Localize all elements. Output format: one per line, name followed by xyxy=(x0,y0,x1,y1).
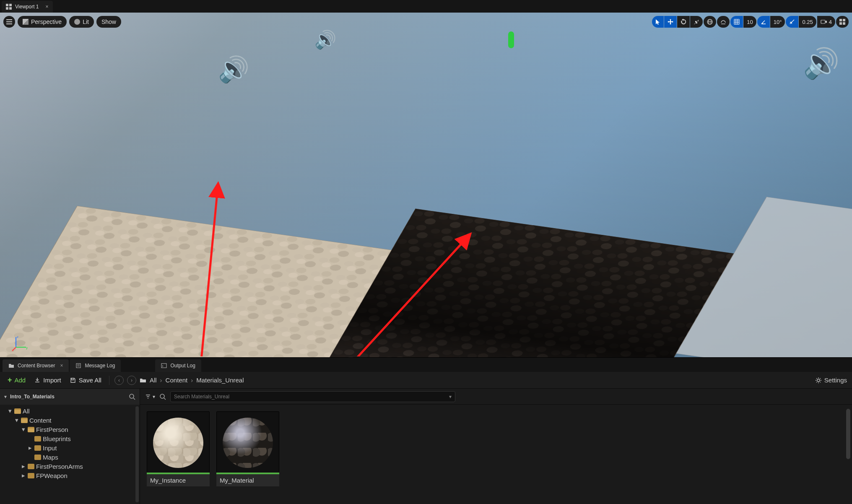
camera-icon xyxy=(821,19,827,24)
content-browser-body: ▾ Intro_To_Materials ▾All ▾Content ▾Firs… xyxy=(0,389,852,504)
cube-icon xyxy=(23,19,29,25)
breadcrumb-item[interactable]: Content xyxy=(166,377,188,384)
svg-line-21 xyxy=(164,398,166,400)
sources-header[interactable]: ▾ Intro_To_Materials xyxy=(0,389,140,405)
chevron-right-icon: › xyxy=(191,377,193,384)
filter-button[interactable]: ▾ xyxy=(145,394,155,400)
rotate-icon xyxy=(681,19,686,25)
source-tree: ▾All ▾Content ▾FirstPerson ▸Blueprints ▸… xyxy=(0,405,140,504)
breadcrumb: All › Content › Materials_Unreal xyxy=(150,377,244,384)
folder-icon[interactable] xyxy=(140,377,146,384)
search-icon xyxy=(159,393,166,400)
add-button[interactable]: + Add xyxy=(5,374,28,386)
svg-line-19 xyxy=(133,398,135,400)
scale-mode-button[interactable] xyxy=(690,16,703,28)
viewport-scene: 🔊 🔊 🔊 xyxy=(0,13,852,357)
asset-thumbnail xyxy=(147,411,210,474)
chevron-down-icon: ▾ xyxy=(449,394,452,400)
asset-scrollbar[interactable] xyxy=(846,409,850,459)
tree-item-blueprints[interactable]: ▸Blueprints xyxy=(0,434,140,443)
svg-point-18 xyxy=(130,394,134,398)
breadcrumb-item[interactable]: Materials_Unreal xyxy=(196,377,244,384)
import-button[interactable]: Import xyxy=(31,375,64,385)
select-mode-button[interactable] xyxy=(652,16,664,28)
close-icon[interactable]: × xyxy=(45,4,48,10)
move-icon xyxy=(668,19,673,25)
angle-snap-toggle[interactable] xyxy=(757,16,770,28)
angle-icon xyxy=(761,19,766,25)
asset-item[interactable]: My_Instance xyxy=(147,411,210,497)
perspective-button[interactable]: Perspective xyxy=(18,16,67,28)
save-all-button[interactable]: Save All xyxy=(67,375,104,385)
svg-text:z: z xyxy=(17,335,18,339)
tree-item-firstperson[interactable]: ▾FirstPerson xyxy=(0,425,140,434)
folder-icon xyxy=(21,418,28,423)
tree-scrollbar[interactable] xyxy=(135,406,139,502)
tab-output-log[interactable]: Output Log xyxy=(155,359,201,372)
svg-text:y: y xyxy=(26,346,28,350)
tree-item-fpweapon[interactable]: ▸FPWeapon xyxy=(0,471,140,480)
viewport-toolbar-right: 10 10° 0.25 4 xyxy=(652,16,849,28)
viewport-options-button[interactable] xyxy=(3,16,15,28)
settings-button[interactable]: Settings xyxy=(815,377,847,384)
snap-icon xyxy=(720,19,726,25)
tab-content-browser[interactable]: Content Browser × xyxy=(3,359,69,372)
scale-snap-icon xyxy=(789,19,795,25)
lit-button[interactable]: Lit xyxy=(69,16,94,28)
tree-item-input[interactable]: ▸Input xyxy=(0,443,140,452)
viewport-layout-button[interactable] xyxy=(836,16,849,28)
world-local-toggle[interactable] xyxy=(704,16,716,28)
grid-snap-value[interactable]: 10 xyxy=(743,16,756,28)
asset-thumbnail xyxy=(216,411,279,474)
folder-icon xyxy=(28,427,34,432)
content-browser-toolbar: + Add Import Save All ‹ › All › Content … xyxy=(0,372,852,389)
scale-snap-value[interactable]: 0.25 xyxy=(799,16,816,28)
grid-snap-toggle[interactable] xyxy=(730,16,743,28)
tab-message-log[interactable]: Message Log xyxy=(70,359,121,372)
asset-grid: My_Instance My_Material xyxy=(140,405,852,504)
plus-icon: + xyxy=(8,376,12,384)
cursor-icon xyxy=(655,19,660,25)
unreal-editor-window: Viewport 1 × 🔊 🔊 🔊 xyxy=(0,0,852,504)
tree-item-maps[interactable]: ▸Maps xyxy=(0,452,140,462)
search-input[interactable]: Search Materials_Unreal ▾ xyxy=(170,391,455,402)
lit-label: Lit xyxy=(83,18,89,25)
tree-item-content[interactable]: ▾Content xyxy=(0,416,140,425)
nav-back-button[interactable]: ‹ xyxy=(114,376,124,385)
viewport-icon xyxy=(6,4,12,10)
viewport-tab[interactable]: Viewport 1 × xyxy=(2,1,53,13)
show-button[interactable]: Show xyxy=(96,16,121,28)
asset-label: My_Instance xyxy=(147,474,210,486)
show-label: Show xyxy=(101,18,116,25)
folder-icon xyxy=(28,464,34,469)
svg-rect-13 xyxy=(76,364,81,368)
tree-item-all[interactable]: ▾All xyxy=(0,406,140,416)
breadcrumb-item[interactable]: All xyxy=(150,377,157,384)
camera-speed-button[interactable]: 4 xyxy=(817,16,835,28)
translate-mode-button[interactable] xyxy=(664,16,677,28)
angle-snap-value[interactable]: 10° xyxy=(770,16,785,28)
tree-item-firstpersonarms[interactable]: ▸FirstPersonArms xyxy=(0,462,140,471)
sources-title: Intro_To_Materials xyxy=(10,394,55,400)
chevron-right-icon: › xyxy=(160,377,162,384)
asset-item[interactable]: My_Material xyxy=(216,411,279,497)
surface-snap-button[interactable] xyxy=(717,16,730,28)
grid-icon xyxy=(734,19,740,25)
viewport-toolbar-left: Perspective Lit Show xyxy=(3,16,121,28)
search-placeholder: Search Materials_Unreal xyxy=(174,394,449,400)
close-icon[interactable]: × xyxy=(60,363,63,369)
bottom-panel: Content Browser × Message Log Output Log… xyxy=(0,357,852,504)
perspective-label: Perspective xyxy=(31,18,62,25)
asset-label: My_Material xyxy=(216,474,279,486)
scene-slab-wet xyxy=(314,209,734,357)
sphere-icon xyxy=(74,19,80,25)
sources-panel: ▾ Intro_To_Materials ▾All ▾Content ▾Firs… xyxy=(0,389,140,504)
viewport[interactable]: 🔊 🔊 🔊 Perspective Li xyxy=(0,13,852,357)
folder-icon xyxy=(34,455,41,460)
rotate-mode-button[interactable] xyxy=(677,16,690,28)
scale-snap-toggle[interactable] xyxy=(786,16,798,28)
viewport-tab-label: Viewport 1 xyxy=(15,4,39,10)
search-icon[interactable] xyxy=(129,393,135,400)
viewport-tabbar: Viewport 1 × xyxy=(0,0,852,13)
nav-forward-button[interactable]: › xyxy=(127,376,136,385)
